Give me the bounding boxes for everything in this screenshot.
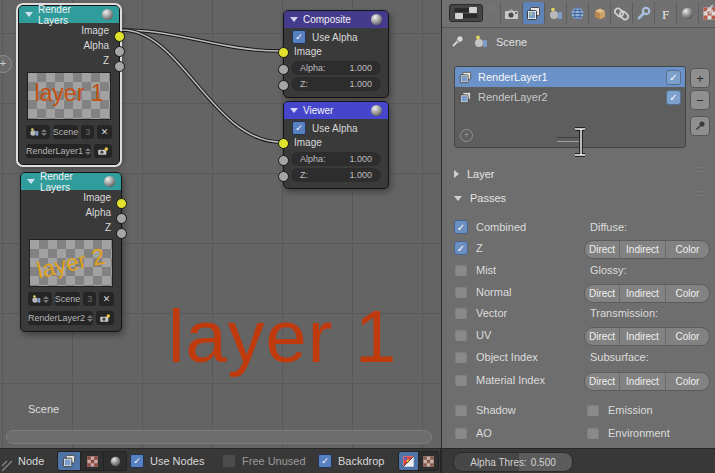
node-render-layers-1[interactable]: Render Layers Image Alpha Z layer 1 Scen… (18, 5, 120, 165)
glossy-direct-button[interactable]: Direct (585, 285, 620, 302)
pass-material-index-checkbox[interactable] (454, 373, 468, 387)
diffuse-indirect-button[interactable]: Indirect (620, 241, 666, 258)
subsurface-direct-button[interactable]: Direct (585, 373, 620, 390)
pass-ao-checkbox[interactable] (454, 426, 468, 440)
scene-breadcrumb-icon[interactable] (473, 34, 488, 49)
socket-image-output[interactable] (116, 198, 127, 209)
pass-shadow-checkbox[interactable] (454, 403, 468, 417)
diffuse-direct-button[interactable]: Direct (585, 241, 620, 258)
layer-enable-checkbox[interactable]: ✓ (666, 90, 681, 105)
remove-layer-button[interactable]: − (690, 90, 710, 110)
node-header[interactable]: Render Layers (19, 6, 119, 23)
render-single-layer-button[interactable] (94, 144, 112, 158)
socket-image-output[interactable] (114, 31, 125, 42)
scene-datablock-button[interactable] (28, 292, 52, 306)
tab-render[interactable] (500, 2, 522, 24)
corner-resize-icon[interactable] (700, 1, 714, 15)
panel-passes-header[interactable]: Passes :::: (442, 188, 715, 208)
transmission-direct-button[interactable]: Direct (585, 328, 620, 345)
subsurface-indirect-button[interactable]: Indirect (620, 373, 666, 390)
add-layer-button[interactable]: + (690, 68, 710, 88)
glossy-color-button[interactable]: Color (666, 285, 709, 302)
pass-vector-checkbox[interactable] (454, 306, 468, 320)
collapse-triangle-icon[interactable] (290, 108, 298, 113)
layer-enable-checkbox[interactable]: ✓ (666, 70, 681, 85)
use-alpha-checkbox[interactable]: ✓ (292, 30, 306, 44)
node-render-layers-2[interactable]: Render Layers Image Alpha Z layer 2 Scen… (20, 172, 122, 332)
collapse-triangle-icon[interactable] (25, 12, 33, 17)
backdrop-color-alpha-button[interactable] (399, 452, 419, 470)
render-layer-select[interactable]: RenderLayer2 (28, 311, 93, 325)
list-item-renderlayer2[interactable]: RenderLayer2 ✓ (455, 87, 685, 107)
backdrop-alpha-button[interactable] (419, 452, 438, 470)
node-header[interactable]: Render Layers (21, 173, 121, 190)
list-item-renderlayer1[interactable]: RenderLayer1 ✓ (455, 67, 685, 87)
scene-datablock-button[interactable] (26, 125, 50, 139)
render-single-layer-button[interactable] (96, 311, 114, 325)
socket-z-input[interactable] (278, 80, 289, 91)
user-count[interactable]: 3 (81, 125, 94, 139)
tree-type-texture-button[interactable] (81, 452, 104, 470)
pass-uv-checkbox[interactable] (454, 328, 468, 342)
toolbar-expand-button[interactable]: + (0, 55, 12, 73)
panel-drag-grip-icon[interactable]: :::: (692, 166, 706, 173)
node-editor-canvas[interactable]: layer 1 Scene + Render Layers Image Alph… (0, 0, 440, 448)
header-stepper-icon[interactable] (488, 4, 494, 11)
pin-list-button[interactable] (690, 116, 710, 136)
socket-image-input[interactable] (278, 138, 289, 149)
pass-mist-checkbox[interactable] (454, 263, 468, 277)
socket-image-input[interactable] (278, 47, 289, 58)
unlink-button[interactable]: ✕ (99, 292, 114, 306)
subsurface-color-button[interactable]: Color (666, 373, 709, 390)
corner-resize-icon[interactable] (1, 457, 15, 473)
panel-layer-header[interactable]: Layer :::: (442, 164, 715, 184)
unlink-button[interactable]: ✕ (97, 125, 112, 139)
node-menu[interactable]: Node (18, 449, 44, 473)
z-number-field[interactable]: Z: 1.000 (291, 168, 381, 182)
tab-render-layers[interactable] (522, 2, 544, 24)
tree-type-shader-button[interactable] (104, 452, 126, 470)
tab-modifiers[interactable] (632, 2, 654, 24)
node-header[interactable]: Composite (284, 11, 388, 28)
transmission-color-button[interactable]: Color (666, 328, 709, 345)
tree-type-compositing-button[interactable] (58, 452, 81, 470)
tab-data-font[interactable]: F (654, 2, 676, 24)
pass-combined-checkbox[interactable]: ✓ (454, 220, 468, 234)
pin-icon[interactable] (450, 34, 465, 49)
panel-drag-grip-icon[interactable]: :::: (692, 190, 706, 197)
editor-type-selector[interactable] (449, 4, 483, 22)
list-filter-button[interactable]: + (460, 129, 473, 142)
render-layer-select[interactable]: RenderLayer1 (26, 144, 91, 158)
alpha-threshold-slider[interactable]: Alpha Thres: 0.500 (453, 452, 573, 472)
socket-alpha-input[interactable] (278, 155, 289, 166)
alpha-number-field[interactable]: Alpha: 1.000 (291, 61, 381, 75)
pass-object-index-checkbox[interactable] (454, 350, 468, 364)
glossy-indirect-button[interactable]: Indirect (620, 285, 666, 302)
list-resize-grip[interactable] (557, 137, 581, 145)
node-viewer[interactable]: Viewer ✓ Use Alpha Image Alpha: 1.000 Z:… (283, 101, 389, 189)
scene-name-field[interactable]: Scene (53, 125, 79, 139)
node-composite[interactable]: Composite ✓ Use Alpha Image Alpha: 1.000… (283, 10, 389, 98)
tab-material[interactable] (676, 2, 698, 24)
tab-world[interactable] (566, 2, 588, 24)
transmission-indirect-button[interactable]: Indirect (620, 328, 666, 345)
socket-z-input[interactable] (278, 171, 289, 182)
pass-environment-checkbox[interactable] (586, 426, 600, 440)
user-count[interactable]: 3 (83, 292, 96, 306)
socket-alpha-output[interactable] (114, 46, 125, 57)
pass-emission-checkbox[interactable] (586, 403, 600, 417)
tab-object[interactable] (588, 2, 610, 24)
collapse-triangle-icon[interactable] (290, 17, 298, 22)
socket-z-output[interactable] (116, 228, 127, 239)
backdrop-checkbox[interactable]: ✓ (318, 454, 332, 468)
socket-alpha-input[interactable] (278, 64, 289, 75)
socket-alpha-output[interactable] (116, 213, 127, 224)
socket-z-output[interactable] (114, 61, 125, 72)
tab-constraints[interactable] (610, 2, 632, 24)
z-number-field[interactable]: Z: 1.000 (291, 77, 381, 91)
scene-name-field[interactable]: Scene (55, 292, 81, 306)
horizontal-scrollbar[interactable] (6, 430, 432, 444)
use-nodes-checkbox[interactable]: ✓ (130, 454, 144, 468)
pass-z-checkbox[interactable]: ✓ (454, 241, 468, 255)
pass-normal-checkbox[interactable] (454, 285, 468, 299)
